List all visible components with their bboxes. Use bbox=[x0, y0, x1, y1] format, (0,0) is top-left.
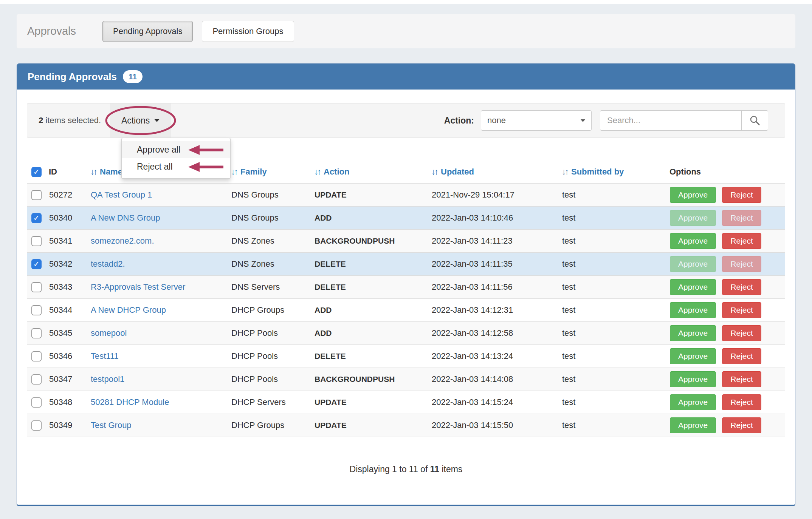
row-name-link[interactable]: 50281 DHCP Module bbox=[91, 397, 169, 407]
row-submitted-by: test bbox=[562, 229, 669, 252]
row-checkbox[interactable] bbox=[31, 305, 42, 315]
row-checkbox[interactable] bbox=[31, 282, 42, 292]
reject-button[interactable]: Reject bbox=[722, 394, 761, 410]
row-action: DELETE bbox=[314, 252, 431, 275]
row-checkbox[interactable] bbox=[31, 236, 42, 246]
row-checkbox[interactable] bbox=[31, 213, 42, 223]
action-select-value: none bbox=[487, 116, 506, 125]
row-action: UPDATE bbox=[314, 414, 431, 437]
menu-item-reject-all[interactable]: Reject all bbox=[122, 158, 230, 175]
row-updated: 2022-Jan-03 14:11:56 bbox=[431, 275, 562, 298]
table-row: 50346 Test111 DHCP Pools DELETE 2022-Jan… bbox=[27, 344, 785, 368]
approve-button[interactable]: Approve bbox=[670, 348, 716, 364]
menu-item-approve-all[interactable]: Approve all bbox=[122, 141, 230, 158]
row-action: UPDATE bbox=[314, 183, 431, 206]
row-family: DHCP Pools bbox=[231, 344, 314, 368]
pending-approvals-table: ID ↓↑Name ↓↑Family ↓↑Action ↓↑Updated ↓↑… bbox=[27, 161, 785, 437]
page-header: Approvals Pending Approvals Permission G… bbox=[17, 14, 795, 48]
row-name-link[interactable]: testadd2. bbox=[91, 259, 125, 269]
approve-button[interactable]: Approve bbox=[670, 417, 716, 433]
row-family: DHCP Pools bbox=[231, 368, 314, 391]
search-button[interactable] bbox=[741, 111, 768, 130]
row-id: 50342 bbox=[49, 252, 90, 275]
actions-dropdown-button[interactable]: Actions bbox=[119, 115, 162, 126]
select-all-checkbox[interactable] bbox=[31, 167, 42, 177]
row-updated: 2022-Jan-03 14:15:24 bbox=[431, 391, 562, 414]
row-updated: 2022-Jan-03 14:12:58 bbox=[431, 321, 562, 344]
approve-button[interactable]: Approve bbox=[670, 187, 716, 203]
row-submitted-by: test bbox=[562, 414, 669, 437]
row-updated: 2022-Jan-03 14:13:24 bbox=[431, 344, 562, 368]
approve-button[interactable]: Approve bbox=[670, 256, 716, 272]
row-id: 50340 bbox=[49, 206, 90, 229]
row-checkbox[interactable] bbox=[31, 328, 42, 338]
column-header-action[interactable]: ↓↑Action bbox=[314, 161, 431, 183]
approve-button[interactable]: Approve bbox=[670, 233, 716, 249]
column-header-updated[interactable]: ↓↑Updated bbox=[431, 161, 562, 183]
row-submitted-by: test bbox=[562, 275, 669, 298]
row-checkbox[interactable] bbox=[31, 420, 42, 431]
column-header-submitted-by[interactable]: ↓↑Submitted by bbox=[562, 161, 669, 183]
search-input[interactable] bbox=[600, 111, 741, 130]
reject-button[interactable]: Reject bbox=[722, 210, 761, 226]
actions-button-group: Actions bbox=[110, 103, 171, 137]
pagination-suffix: items bbox=[439, 464, 462, 474]
approve-button[interactable]: Approve bbox=[670, 302, 716, 318]
table-row: 50349 Test Group DHCP Groups UPDATE 2022… bbox=[27, 414, 785, 437]
reject-button[interactable]: Reject bbox=[722, 233, 761, 249]
sort-icon: ↓↑ bbox=[314, 167, 320, 176]
row-name-link[interactable]: somepool bbox=[91, 328, 127, 338]
row-checkbox[interactable] bbox=[31, 397, 42, 408]
reject-button[interactable]: Reject bbox=[722, 187, 761, 203]
approvals-table-body: 50272 QA Test Group 1 DNS Groups UPDATE … bbox=[27, 183, 785, 437]
reject-button[interactable]: Reject bbox=[722, 256, 761, 272]
row-id: 50345 bbox=[49, 321, 90, 344]
row-family: DNS Groups bbox=[231, 183, 314, 206]
row-name-link[interactable]: somezone2.com. bbox=[91, 236, 154, 246]
row-submitted-by: test bbox=[562, 344, 669, 368]
row-family: DHCP Servers bbox=[231, 391, 314, 414]
row-action: DELETE bbox=[314, 275, 431, 298]
row-submitted-by: test bbox=[562, 321, 669, 344]
action-select-label: Action: bbox=[444, 116, 474, 126]
reject-button[interactable]: Reject bbox=[722, 348, 761, 364]
sort-icon: ↓↑ bbox=[562, 167, 568, 176]
approve-button[interactable]: Approve bbox=[670, 279, 716, 295]
row-name-link[interactable]: Test111 bbox=[91, 351, 119, 361]
sort-icon: ↓↑ bbox=[431, 167, 437, 176]
reject-button[interactable]: Reject bbox=[722, 279, 761, 295]
reject-button[interactable]: Reject bbox=[722, 417, 761, 433]
row-name-link[interactable]: A New DHCP Group bbox=[91, 305, 166, 315]
row-checkbox[interactable] bbox=[31, 259, 42, 269]
reject-button[interactable]: Reject bbox=[722, 325, 761, 341]
approve-button[interactable]: Approve bbox=[670, 371, 716, 387]
row-action: BACKGROUNDPUSH bbox=[314, 229, 431, 252]
approve-button[interactable]: Approve bbox=[670, 210, 716, 226]
row-checkbox[interactable] bbox=[31, 190, 42, 200]
approve-button[interactable]: Approve bbox=[670, 394, 716, 410]
tab-permission-groups[interactable]: Permission Groups bbox=[202, 21, 294, 42]
pagination-count: 11 bbox=[430, 464, 439, 474]
row-action: UPDATE bbox=[314, 391, 431, 414]
row-submitted-by: test bbox=[562, 368, 669, 391]
row-name-link[interactable]: Test Group bbox=[91, 420, 132, 430]
table-row: 50343 R3-Approvals Test Server DNS Serve… bbox=[27, 275, 785, 298]
column-header-family[interactable]: ↓↑Family bbox=[231, 161, 314, 183]
action-select[interactable]: none bbox=[481, 110, 592, 131]
row-checkbox[interactable] bbox=[31, 374, 42, 385]
approve-button[interactable]: Approve bbox=[670, 325, 716, 341]
selected-rest: items selected. bbox=[43, 116, 101, 125]
panel-body: 2 items selected. Actions Approve all bbox=[17, 90, 795, 505]
column-header-options: Options bbox=[669, 161, 785, 183]
row-action: BACKGROUNDPUSH bbox=[314, 368, 431, 391]
row-name-link[interactable]: testpool1 bbox=[91, 374, 124, 384]
row-name-link[interactable]: A New DNS Group bbox=[91, 213, 160, 222]
row-name-link[interactable]: R3-Approvals Test Server bbox=[91, 282, 185, 292]
row-action: ADD bbox=[314, 298, 431, 321]
reject-button[interactable]: Reject bbox=[722, 302, 761, 318]
row-checkbox[interactable] bbox=[31, 351, 42, 361]
tab-pending-approvals[interactable]: Pending Approvals bbox=[102, 21, 193, 42]
annotation-arrow-icon bbox=[188, 144, 224, 156]
row-name-link[interactable]: QA Test Group 1 bbox=[91, 190, 152, 199]
reject-button[interactable]: Reject bbox=[722, 371, 761, 387]
